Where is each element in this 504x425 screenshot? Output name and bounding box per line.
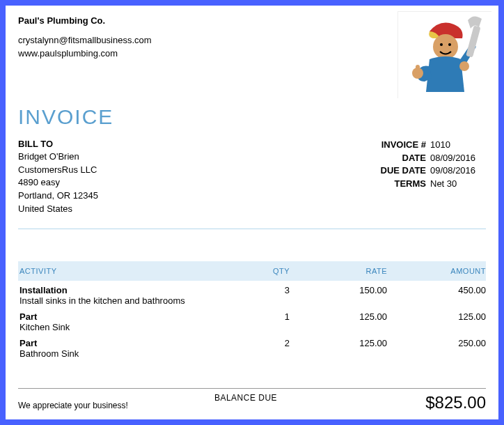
- line-amount: 250.00: [387, 338, 486, 348]
- company-logo: [397, 11, 491, 98]
- terms-label: TERMS: [363, 178, 426, 191]
- due-date-label: DUE DATE: [363, 164, 426, 178]
- invoice-number-label: INVOICE #: [363, 139, 426, 152]
- svg-point-1: [433, 34, 458, 59]
- due-date-value: 09/08/2016: [430, 164, 486, 178]
- line-amount: 450.00: [387, 285, 486, 295]
- line-name: Part: [19, 338, 37, 348]
- line-item: PartBathroom Sink 2 125.00 250.00: [18, 334, 486, 360]
- invoice-title: INVOICE: [18, 105, 486, 129]
- bill-to-label: BILL TO: [18, 139, 98, 149]
- line-qty: 2: [227, 338, 290, 348]
- line-items-header: ACTIVITY QTY RATE AMOUNT: [18, 261, 486, 281]
- balance-due-label: BALANCE DUE: [214, 393, 277, 403]
- invoice-meta-block: INVOICE #1010 DATE08/09/2016 DUE DATE09/…: [363, 139, 486, 216]
- bill-to-company: CustomersRus LLC: [18, 164, 98, 177]
- line-rate: 125.00: [290, 311, 387, 322]
- bill-to-name: Bridget O'Brien: [18, 150, 98, 164]
- line-amount: 125.00: [387, 311, 486, 322]
- footer-note: We appreciate your business!: [18, 401, 128, 410]
- invoice-number-value: 1010: [430, 139, 486, 152]
- svg-point-3: [448, 43, 451, 46]
- line-desc: Kitchen Sink: [19, 322, 227, 332]
- svg-rect-5: [416, 65, 420, 73]
- terms-value: Net 30: [430, 178, 486, 191]
- line-item: InstallationInstall sinks in the kitchen…: [18, 281, 486, 307]
- bill-to-country: United States: [18, 203, 98, 216]
- invoice-page: Paul's Plumbing Co. crystalynn@fitsmallb…: [6, 6, 498, 419]
- invoice-footer: We appreciate your business! BALANCE DUE…: [18, 388, 486, 412]
- invoice-meta-row: BILL TO Bridget O'Brien CustomersRus LLC…: [18, 139, 486, 216]
- divider: [18, 229, 486, 229]
- line-rate: 125.00: [290, 338, 387, 348]
- line-desc: Install sinks in the kitchen and bathroo…: [19, 295, 227, 306]
- col-activity: ACTIVITY: [18, 267, 227, 275]
- bill-to-block: BILL TO Bridget O'Brien CustomersRus LLC…: [18, 139, 98, 216]
- bill-to-street: 4890 easy: [18, 176, 98, 190]
- svg-point-2: [440, 43, 443, 46]
- bill-to-citystate: Portland, OR 12345: [18, 190, 98, 203]
- line-qty: 3: [227, 285, 290, 295]
- line-name: Part: [19, 311, 37, 322]
- line-name: Installation: [19, 285, 68, 295]
- line-desc: Bathroom Sink: [19, 348, 227, 359]
- col-qty: QTY: [227, 267, 290, 275]
- line-rate: 150.00: [290, 285, 387, 295]
- line-item: PartKitchen Sink 1 125.00 125.00: [18, 307, 486, 334]
- invoice-date-label: DATE: [363, 152, 426, 165]
- svg-point-6: [459, 61, 469, 71]
- invoice-date-value: 08/09/2016: [430, 152, 486, 165]
- line-qty: 1: [227, 311, 290, 322]
- col-rate: RATE: [290, 267, 387, 275]
- balance-due-amount: $825.00: [425, 393, 486, 412]
- col-amount: AMOUNT: [387, 267, 486, 275]
